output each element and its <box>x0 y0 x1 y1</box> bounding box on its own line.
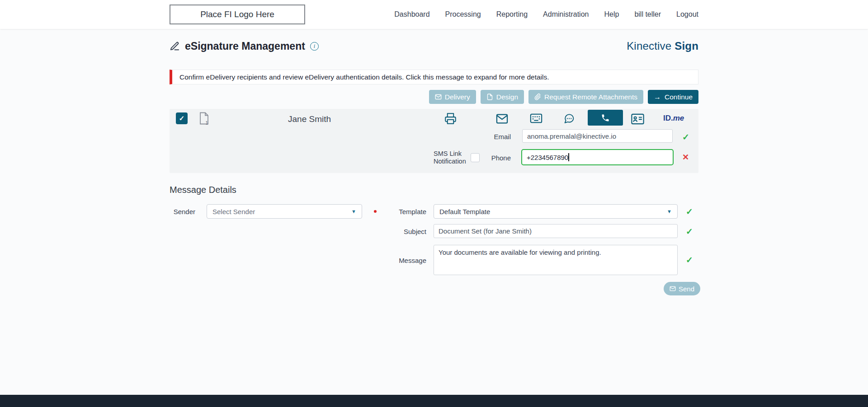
footer-bar <box>0 395 868 407</box>
envelope-icon <box>670 285 676 292</box>
email-auth-icon[interactable] <box>496 114 508 124</box>
phone-input[interactable] <box>521 149 674 165</box>
phone-call-auth-selected[interactable] <box>588 110 623 126</box>
access-code-icon[interactable] <box>530 113 542 123</box>
recipient-row: ✓ 1 Jane Smith ID.me Email ✓ S <box>170 109 698 173</box>
nav-help[interactable]: Help <box>604 10 619 19</box>
nav-administration[interactable]: Administration <box>543 10 589 19</box>
checkbox-check-icon: ✓ <box>179 114 185 122</box>
recipient-name: Jane Smith <box>288 114 331 124</box>
recipient-checkbox[interactable]: ✓ <box>176 112 188 124</box>
signature-pen-icon <box>170 41 180 51</box>
email-input[interactable] <box>522 129 673 143</box>
nav-dashboard[interactable]: Dashboard <box>394 10 429 19</box>
subject-label: Subject <box>387 228 426 235</box>
phone-label: Phone <box>466 154 511 162</box>
nav-processing[interactable]: Processing <box>445 10 481 19</box>
brand-name: Kinective <box>627 40 671 52</box>
request-remote-attachments-button[interactable]: Request Remote Attachments <box>528 90 643 104</box>
documents-icon[interactable]: 1 <box>198 112 209 126</box>
continue-button[interactable]: → Continue <box>648 90 698 104</box>
idme-auth-logo[interactable]: ID.me <box>663 114 684 123</box>
text-cursor <box>568 153 569 161</box>
phone-icon <box>601 113 610 122</box>
sender-selected-value: Select Sender <box>212 208 255 215</box>
nav-username[interactable]: bill teller <box>634 10 661 19</box>
message-details-heading: Message Details <box>170 185 698 195</box>
main-content: eSignature Management i Kinective Sign C… <box>170 39 698 304</box>
fi-logo-placeholder: Place FI Logo Here <box>170 5 305 24</box>
template-selected-value: Default Template <box>439 208 490 215</box>
chevron-down-icon: ▼ <box>351 209 356 214</box>
template-label: Template <box>387 208 426 215</box>
email-valid-check-icon: ✓ <box>682 133 689 141</box>
email-label: Email <box>466 133 511 140</box>
message-valid-check-icon: ✓ <box>686 256 693 264</box>
message-details-form: Sender Select Sender ▼ Template Default … <box>170 199 698 304</box>
template-valid-check-icon: ✓ <box>686 207 693 216</box>
message-label: Message <box>387 257 426 264</box>
info-icon[interactable]: i <box>310 42 319 51</box>
arrow-right-icon: → <box>654 94 661 101</box>
message-textarea[interactable]: Your documents are available for viewing… <box>434 245 678 275</box>
kinective-sign-logo: Kinective Sign <box>627 40 698 52</box>
phone-field-wrapper <box>521 149 674 165</box>
nav-logout[interactable]: Logout <box>676 10 698 19</box>
sms-chat-icon[interactable] <box>563 113 575 124</box>
chevron-down-icon: ▼ <box>667 209 672 214</box>
document-count: 1 <box>205 121 208 126</box>
brand-product: Sign <box>675 40 698 52</box>
top-nav: Dashboard Processing Reporting Administr… <box>394 10 698 19</box>
app-header: Place FI Logo Here Dashboard Processing … <box>0 0 868 29</box>
delivery-button[interactable]: Delivery <box>429 90 476 104</box>
sender-select[interactable]: Select Sender ▼ <box>207 204 362 219</box>
design-button[interactable]: Design <box>481 90 524 104</box>
edelivery-alert-banner[interactable]: Confirm eDelivery recipients and review … <box>170 70 698 84</box>
design-file-icon <box>486 94 493 100</box>
sender-label: Sender <box>170 208 195 215</box>
envelope-icon <box>435 94 442 100</box>
sender-required-indicator <box>374 210 377 213</box>
page-title: eSignature Management <box>185 40 305 52</box>
subject-valid-check-icon: ✓ <box>686 227 693 236</box>
subject-input[interactable] <box>434 224 678 238</box>
action-toolbar: Delivery Design Request Remote Attachmen… <box>170 90 698 104</box>
phone-invalid-cross-icon: ✕ <box>682 153 689 161</box>
template-select[interactable]: Default Template ▼ <box>434 204 678 219</box>
paperclip-icon <box>534 94 541 100</box>
print-icon[interactable] <box>444 112 457 125</box>
nav-reporting[interactable]: Reporting <box>496 10 528 19</box>
id-card-icon[interactable] <box>631 113 645 125</box>
send-button[interactable]: Send <box>664 282 700 295</box>
